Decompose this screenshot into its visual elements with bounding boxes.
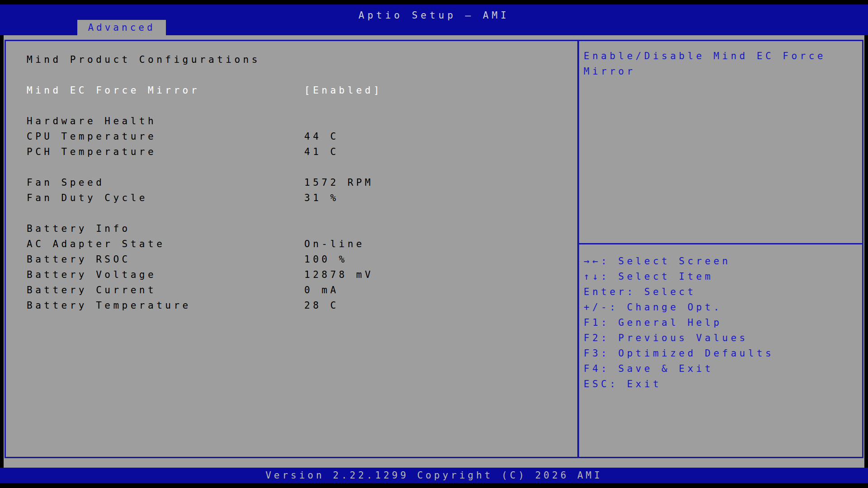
version-text: Version 2.22.1299 Copyright (C) 2026 AMI xyxy=(265,470,603,481)
legend-enter-select: Enter: Select xyxy=(584,284,774,300)
legend-change-opt: +/-: Change Opt. xyxy=(584,300,774,315)
info-label: AC Adapter State xyxy=(27,239,304,249)
info-label: Battery Voltage xyxy=(27,269,304,280)
info-label: Battery Temperature xyxy=(27,300,304,311)
info-row-ac-adapter-state: AC Adapter State On-line xyxy=(27,236,577,252)
info-label: Fan Duty Cycle xyxy=(27,192,304,203)
info-label: Battery Current xyxy=(27,285,304,296)
legend-f1-general-help: F1: General Help xyxy=(584,315,774,330)
legend-f3-optimized-defaults: F3: Optimized Defaults xyxy=(584,346,774,361)
info-value: 1572 RPM xyxy=(304,177,373,188)
info-row-pch-temperature: PCH Temperature 41 C xyxy=(27,144,577,160)
main-box: Mind Product Configurations Mind EC Forc… xyxy=(5,40,863,458)
spacer xyxy=(27,67,577,83)
help-pane: Enable/Disable Mind EC Force Mirror →←: … xyxy=(579,41,862,457)
tab-advanced[interactable]: Advanced xyxy=(77,20,166,35)
info-value: On-line xyxy=(304,239,365,249)
info-value: 44 C xyxy=(304,131,339,142)
info-row-battery-rsoc: Battery RSOC 100 % xyxy=(27,252,577,267)
section-title-text: Battery Info xyxy=(27,223,304,234)
legend-f2-previous-values: F2: Previous Values xyxy=(584,330,774,346)
section-title-text: Mind Product Configurations xyxy=(27,54,304,65)
info-value: 41 C xyxy=(304,146,339,157)
info-label: Fan Speed xyxy=(27,177,304,188)
info-row-battery-voltage: Battery Voltage 12878 mV xyxy=(27,267,577,282)
info-value: 31 % xyxy=(304,192,339,203)
option-value[interactable]: [Enabled] xyxy=(304,85,382,96)
info-value: 28 C xyxy=(304,300,339,311)
info-value: 12878 mV xyxy=(304,269,373,280)
info-row-fan-speed: Fan Speed 1572 RPM xyxy=(27,175,577,190)
spacer xyxy=(27,206,577,221)
item-help-text: Enable/Disable Mind EC Force Mirror xyxy=(579,41,859,79)
title-bar: Aptio Setup – AMI Advanced xyxy=(0,5,868,35)
section-mind-product-configurations: Mind Product Configurations xyxy=(27,52,577,67)
legend-f4-save-exit: F4: Save & Exit xyxy=(584,361,774,376)
info-value: 0 mA xyxy=(304,285,339,296)
key-legend: →←: Select Screen ↑↓: Select Item Enter:… xyxy=(584,253,774,392)
tab-advanced-label: Advanced xyxy=(88,22,155,33)
legend-select-item: ↑↓: Select Item xyxy=(584,269,774,284)
info-row-fan-duty-cycle: Fan Duty Cycle 31 % xyxy=(27,190,577,206)
section-title-text: Hardware Health xyxy=(27,116,304,127)
legend-esc-exit: ESC: Exit xyxy=(584,376,774,392)
help-legend-divider xyxy=(579,243,862,244)
section-hardware-health: Hardware Health xyxy=(27,113,577,129)
info-row-battery-temperature: Battery Temperature 28 C xyxy=(27,298,577,313)
body-area: Mind Product Configurations Mind EC Forc… xyxy=(4,35,864,468)
info-label: PCH Temperature xyxy=(27,146,304,157)
spacer xyxy=(27,98,577,113)
option-label: Mind EC Force Mirror xyxy=(27,85,304,96)
legend-select-screen: →←: Select Screen xyxy=(584,253,774,269)
info-label: CPU Temperature xyxy=(27,131,304,142)
section-battery-info: Battery Info xyxy=(27,221,577,236)
info-row-cpu-temperature: CPU Temperature 44 C xyxy=(27,129,577,144)
info-label: Battery RSOC xyxy=(27,254,304,265)
info-value: 100 % xyxy=(304,254,348,265)
info-row-battery-current: Battery Current 0 mA xyxy=(27,282,577,298)
options-pane: Mind Product Configurations Mind EC Forc… xyxy=(6,41,577,457)
version-bar: Version 2.22.1299 Copyright (C) 2026 AMI xyxy=(0,468,868,483)
option-mind-ec-force-mirror[interactable]: Mind EC Force Mirror [Enabled] xyxy=(27,83,577,98)
spacer xyxy=(27,160,577,175)
page-title: Aptio Setup – AMI xyxy=(0,10,868,21)
